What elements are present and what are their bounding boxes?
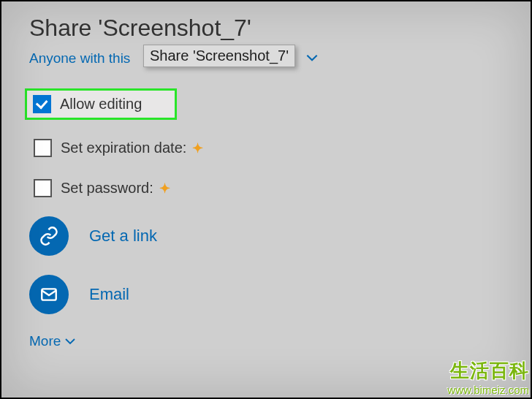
checkbox-allow-editing[interactable] bbox=[33, 95, 51, 113]
email-label: Email bbox=[89, 285, 129, 304]
tooltip: Share 'Screenshot_7' bbox=[143, 45, 295, 67]
link-icon bbox=[39, 226, 59, 246]
dialog-title: Share 'Screenshot_7' bbox=[29, 15, 503, 42]
option-expiration[interactable]: Set expiration date: ✦ bbox=[29, 136, 503, 160]
expiration-label: Set expiration date: bbox=[61, 140, 186, 156]
action-email[interactable]: Email bbox=[29, 275, 503, 314]
share-dialog: Share 'Screenshot_7' Anyone with this Sh… bbox=[0, 0, 532, 364]
more-button[interactable]: More bbox=[29, 333, 503, 349]
more-label: More bbox=[29, 333, 61, 349]
action-get-link[interactable]: Get a link bbox=[29, 216, 503, 256]
password-label: Set password: bbox=[61, 180, 153, 197]
link-settings-row[interactable]: Anyone with this Share 'Screenshot_7' bbox=[29, 50, 503, 66]
email-button[interactable] bbox=[29, 275, 69, 314]
email-icon bbox=[39, 285, 58, 304]
get-link-label: Get a link bbox=[89, 227, 157, 246]
option-password[interactable]: Set password: ✦ bbox=[29, 176, 503, 200]
watermark-cn: 生活百科 bbox=[447, 358, 529, 384]
option-allow-editing[interactable]: Allow editing bbox=[25, 88, 177, 120]
plus-icon: ✦ bbox=[159, 180, 170, 197]
watermark: 生活百科 www.bimeiz.com bbox=[447, 358, 529, 396]
get-link-button[interactable] bbox=[29, 216, 69, 256]
checkmark-icon bbox=[35, 96, 48, 109]
chevron-down-icon[interactable] bbox=[305, 50, 321, 66]
allow-editing-label: Allow editing bbox=[60, 96, 142, 113]
checkbox-expiration[interactable] bbox=[34, 139, 52, 157]
link-description[interactable]: Anyone with this bbox=[29, 50, 130, 66]
checkbox-password[interactable] bbox=[34, 179, 52, 197]
watermark-url: www.bimeiz.com bbox=[447, 384, 529, 396]
plus-icon: ✦ bbox=[192, 140, 203, 156]
chevron-down-icon bbox=[64, 335, 77, 348]
